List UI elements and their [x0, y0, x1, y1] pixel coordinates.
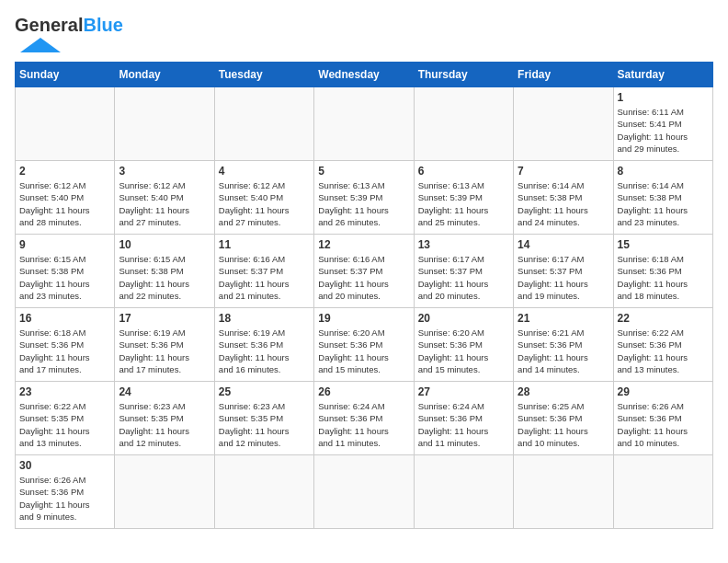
day-number: 27 [418, 385, 509, 398]
day-info: Sunrise: 6:13 AM Sunset: 5:39 PM Dayligh… [418, 179, 509, 228]
logo: General Blue [15, 15, 123, 52]
calendar-cell [314, 455, 414, 529]
calendar-cell: 19Sunrise: 6:20 AM Sunset: 5:36 PM Dayli… [314, 308, 414, 382]
calendar-cell [514, 455, 613, 529]
calendar-cell [414, 455, 513, 529]
day-number: 20 [418, 312, 509, 325]
calendar-cell [314, 87, 414, 161]
day-number: 28 [518, 385, 609, 398]
logo-blue: Blue [83, 15, 122, 36]
day-info: Sunrise: 6:20 AM Sunset: 5:36 PM Dayligh… [318, 327, 409, 375]
day-number: 2 [19, 165, 110, 178]
day-number: 19 [318, 312, 409, 325]
weekday-header: Saturday [613, 63, 712, 87]
day-info: Sunrise: 6:26 AM Sunset: 5:36 PM Dayligh… [19, 474, 110, 523]
calendar-cell: 16Sunrise: 6:18 AM Sunset: 5:36 PM Dayli… [16, 308, 115, 382]
calendar-cell: 10Sunrise: 6:15 AM Sunset: 5:38 PM Dayli… [115, 235, 214, 308]
day-info: Sunrise: 6:18 AM Sunset: 5:36 PM Dayligh… [19, 327, 110, 375]
day-number: 30 [19, 459, 110, 472]
day-number: 9 [19, 238, 110, 251]
day-number: 11 [219, 238, 310, 251]
calendar-cell: 25Sunrise: 6:23 AM Sunset: 5:35 PM Dayli… [214, 382, 313, 455]
calendar-cell [115, 87, 214, 161]
day-number: 13 [418, 238, 509, 251]
calendar-cell: 20Sunrise: 6:20 AM Sunset: 5:36 PM Dayli… [414, 308, 513, 382]
day-info: Sunrise: 6:17 AM Sunset: 5:37 PM Dayligh… [518, 253, 609, 302]
day-info: Sunrise: 6:19 AM Sunset: 5:36 PM Dayligh… [219, 327, 310, 375]
calendar-cell: 11Sunrise: 6:16 AM Sunset: 5:37 PM Dayli… [214, 235, 313, 308]
calendar-cell [613, 455, 712, 529]
day-info: Sunrise: 6:26 AM Sunset: 5:36 PM Dayligh… [618, 400, 709, 449]
calendar-cell: 8Sunrise: 6:14 AM Sunset: 5:38 PM Daylig… [613, 161, 712, 235]
logo-general: General [15, 15, 83, 36]
calendar-cell: 26Sunrise: 6:24 AM Sunset: 5:36 PM Dayli… [314, 382, 414, 455]
day-info: Sunrise: 6:21 AM Sunset: 5:36 PM Dayligh… [518, 327, 609, 375]
day-info: Sunrise: 6:23 AM Sunset: 5:35 PM Dayligh… [219, 400, 310, 449]
day-info: Sunrise: 6:16 AM Sunset: 5:37 PM Dayligh… [318, 253, 409, 302]
day-number: 22 [618, 312, 709, 325]
day-number: 3 [119, 165, 210, 178]
day-info: Sunrise: 6:12 AM Sunset: 5:40 PM Dayligh… [119, 179, 210, 228]
calendar-cell: 7Sunrise: 6:14 AM Sunset: 5:38 PM Daylig… [514, 161, 613, 235]
day-number: 12 [318, 238, 409, 251]
calendar-cell: 13Sunrise: 6:17 AM Sunset: 5:37 PM Dayli… [414, 235, 513, 308]
weekday-header: Monday [115, 63, 214, 87]
calendar-cell: 1Sunrise: 6:11 AM Sunset: 5:41 PM Daylig… [613, 87, 712, 161]
day-number: 4 [219, 165, 310, 178]
day-info: Sunrise: 6:16 AM Sunset: 5:37 PM Dayligh… [219, 253, 310, 302]
day-number: 21 [518, 312, 609, 325]
calendar-cell: 2Sunrise: 6:12 AM Sunset: 5:40 PM Daylig… [16, 161, 115, 235]
calendar-cell [414, 87, 513, 161]
day-number: 23 [19, 385, 110, 398]
day-number: 15 [618, 238, 709, 251]
calendar-cell: 21Sunrise: 6:21 AM Sunset: 5:36 PM Dayli… [514, 308, 613, 382]
calendar-cell: 18Sunrise: 6:19 AM Sunset: 5:36 PM Dayli… [214, 308, 313, 382]
day-info: Sunrise: 6:14 AM Sunset: 5:38 PM Dayligh… [518, 179, 609, 228]
day-number: 7 [518, 165, 609, 178]
day-number: 10 [119, 238, 210, 251]
page-header: General Blue [15, 15, 713, 52]
day-number: 5 [318, 165, 409, 178]
calendar-cell: 23Sunrise: 6:22 AM Sunset: 5:35 PM Dayli… [16, 382, 115, 455]
day-number: 1 [618, 91, 709, 104]
day-number: 8 [618, 165, 709, 178]
day-number: 6 [418, 165, 509, 178]
calendar-cell: 12Sunrise: 6:16 AM Sunset: 5:37 PM Dayli… [314, 235, 414, 308]
day-number: 26 [318, 385, 409, 398]
day-info: Sunrise: 6:24 AM Sunset: 5:36 PM Dayligh… [318, 400, 409, 449]
day-info: Sunrise: 6:18 AM Sunset: 5:36 PM Dayligh… [618, 253, 709, 302]
weekday-header: Sunday [16, 63, 115, 87]
day-number: 25 [219, 385, 310, 398]
day-info: Sunrise: 6:15 AM Sunset: 5:38 PM Dayligh… [19, 253, 110, 302]
day-info: Sunrise: 6:22 AM Sunset: 5:35 PM Dayligh… [19, 400, 110, 449]
day-number: 29 [618, 385, 709, 398]
calendar-cell: 3Sunrise: 6:12 AM Sunset: 5:40 PM Daylig… [115, 161, 214, 235]
calendar-cell [514, 87, 613, 161]
calendar-cell: 14Sunrise: 6:17 AM Sunset: 5:37 PM Dayli… [514, 235, 613, 308]
weekday-header: Wednesday [314, 63, 414, 87]
calendar-cell: 22Sunrise: 6:22 AM Sunset: 5:36 PM Dayli… [613, 308, 712, 382]
calendar-cell [16, 87, 115, 161]
calendar-cell: 4Sunrise: 6:12 AM Sunset: 5:40 PM Daylig… [214, 161, 313, 235]
day-info: Sunrise: 6:24 AM Sunset: 5:36 PM Dayligh… [418, 400, 509, 449]
day-info: Sunrise: 6:25 AM Sunset: 5:36 PM Dayligh… [518, 400, 609, 449]
day-number: 24 [119, 385, 210, 398]
calendar-cell: 17Sunrise: 6:19 AM Sunset: 5:36 PM Dayli… [115, 308, 214, 382]
day-info: Sunrise: 6:14 AM Sunset: 5:38 PM Dayligh… [618, 179, 709, 228]
weekday-header: Tuesday [214, 63, 313, 87]
calendar-cell: 9Sunrise: 6:15 AM Sunset: 5:38 PM Daylig… [16, 235, 115, 308]
day-info: Sunrise: 6:22 AM Sunset: 5:36 PM Dayligh… [618, 327, 709, 375]
day-info: Sunrise: 6:12 AM Sunset: 5:40 PM Dayligh… [19, 179, 110, 228]
calendar-cell [115, 455, 214, 529]
logo-triangle-icon [15, 38, 61, 52]
day-info: Sunrise: 6:23 AM Sunset: 5:35 PM Dayligh… [119, 400, 210, 449]
calendar-cell: 5Sunrise: 6:13 AM Sunset: 5:39 PM Daylig… [314, 161, 414, 235]
weekday-header: Friday [514, 63, 613, 87]
calendar-cell: 28Sunrise: 6:25 AM Sunset: 5:36 PM Dayli… [514, 382, 613, 455]
calendar-table: SundayMondayTuesdayWednesdayThursdayFrid… [15, 62, 713, 529]
calendar-cell: 29Sunrise: 6:26 AM Sunset: 5:36 PM Dayli… [613, 382, 712, 455]
day-info: Sunrise: 6:15 AM Sunset: 5:38 PM Dayligh… [119, 253, 210, 302]
day-number: 17 [119, 312, 210, 325]
calendar-cell: 15Sunrise: 6:18 AM Sunset: 5:36 PM Dayli… [613, 235, 712, 308]
svg-marker-0 [20, 38, 61, 52]
